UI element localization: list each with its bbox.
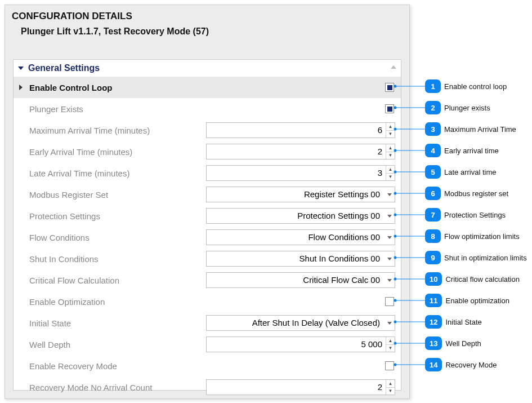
callout-10: 10Critical flow calculation [425,272,520,286]
setting-control: 2▲▼ [206,379,395,395]
spinner-up-icon[interactable]: ▲ [386,144,395,152]
spinner-up-icon[interactable]: ▲ [386,380,395,388]
setting-row-1[interactable]: Plunger Exists [14,98,401,119]
setting-row-6[interactable]: Protection SettingsProtection Settings 0… [14,205,401,227]
spinner-value[interactable]: 3 [207,166,386,180]
setting-control: 2▲▼ [206,144,395,160]
callout-badge: 2 [425,101,441,114]
setting-row-9[interactable]: Critical Flow CalculationCritical Flow C… [14,269,401,291]
chevron-down-icon[interactable] [385,187,395,202]
callout-text: Initial State [445,318,481,326]
number-spinner[interactable]: 2▲▼ [206,379,395,395]
setting-label: Initial State [29,318,206,328]
checkbox[interactable] [385,83,394,92]
config-panel: CONFGURATION DETAILS Plunger Lift v1.1.7… [5,5,410,399]
setting-row-13[interactable]: Enable Recovery Mode [14,355,401,377]
callout-text: Critical flow calculation [445,275,520,284]
spinner-down-icon[interactable]: ▼ [386,388,395,395]
callout-13: 13Well Depth [425,336,481,350]
dropdown[interactable]: After Shut In Delay (Valve Closed) [206,315,395,331]
setting-label: Enable Optimization [29,297,206,307]
spinner-value[interactable]: 2 [207,380,386,395]
number-spinner[interactable]: 2▲▼ [206,144,395,160]
panel-subtitle: Plunger Lift v1.1.7, Test Recovery Mode … [5,24,409,43]
number-spinner[interactable]: 5 000▲▼ [206,336,395,352]
callout-badge: 7 [425,208,441,222]
scroll-up-icon[interactable] [388,62,399,72]
number-spinner[interactable]: 6▲▼ [206,122,395,138]
spinner-down-icon[interactable]: ▼ [386,152,395,160]
spinner-value[interactable]: 6 [207,123,386,138]
chevron-down-icon[interactable] [385,230,395,245]
dropdown[interactable]: Critical Flow Calc 00 [206,272,395,288]
spinner-up-icon[interactable]: ▲ [386,166,395,174]
setting-row-5[interactable]: Modbus Register SetRegister Settings 00 [14,184,401,205]
spinner-down-icon[interactable]: ▼ [386,174,395,181]
callout-14: 14Recovery Mode [425,358,497,371]
callout-badge: 4 [425,144,441,157]
callout-badge: 10 [425,272,442,286]
setting-label: Enable Control Loop [29,83,206,92]
setting-row-11[interactable]: Initial StateAfter Shut In Delay (Valve … [14,312,401,334]
chevron-down-icon[interactable] [385,251,395,266]
spinner-value[interactable]: 2 [207,144,386,159]
callout-5: 5Late arrival time [425,165,496,179]
callout-text: Shut in optimization limits [444,254,527,262]
checkbox[interactable] [385,361,394,370]
setting-control: Register Settings 00 [206,187,395,202]
dropdown-value: Critical Flow Calc 00 [207,273,385,287]
dropdown[interactable]: Register Settings 00 [206,187,395,202]
setting-row-0[interactable]: Enable Control Loop [14,77,401,98]
callout-badge: 11 [425,294,442,307]
setting-row-2[interactable]: Maximum Arrival Time (minutes)6▲▼ [14,119,401,141]
section-general-settings[interactable]: General Settings [14,60,401,77]
dropdown[interactable]: Protection Settings 00 [206,208,395,224]
setting-row-7[interactable]: Flow ConditionsFlow Conditions 00 [14,227,401,248]
setting-row-8[interactable]: Shut In ConditionsShut In Conditions 00 [14,248,401,269]
setting-control: 5 000▲▼ [206,336,395,352]
setting-label: Plunger Exists [29,104,206,114]
dropdown[interactable]: Flow Conditions 00 [206,229,395,245]
callout-badge: 9 [425,251,441,264]
setting-control [206,79,395,95]
number-spinner[interactable]: 3▲▼ [206,165,395,181]
callout-text: Flow optimization limits [444,232,520,241]
setting-label: Late Arrival Time (minutes) [29,169,206,178]
checkbox[interactable] [385,297,394,306]
section-title: General Settings [28,63,100,73]
dropdown-value: Protection Settings 00 [207,209,385,223]
panel-title: CONFGURATION DETAILS [5,5,409,24]
spinner-down-icon[interactable]: ▼ [386,131,395,138]
dropdown[interactable]: Shut In Conditions 00 [206,251,395,267]
callout-text: Enable control loop [444,82,507,91]
setting-row-14[interactable]: Recovery Mode No Arrival Count2▲▼ [14,377,401,398]
setting-row-3[interactable]: Early Arrival Time (minutes)2▲▼ [14,141,401,162]
setting-label: Well Depth [29,340,206,349]
chevron-down-icon[interactable] [385,316,395,330]
dropdown-value: Flow Conditions 00 [207,230,385,245]
callout-8: 8Flow optimization limits [425,229,520,243]
callout-badge: 13 [425,336,442,350]
setting-row-4[interactable]: Late Arrival Time (minutes)3▲▼ [14,162,401,184]
dropdown-value: Shut In Conditions 00 [207,251,385,266]
setting-label: Maximum Arrival Time (minutes) [29,126,206,135]
chevron-down-icon[interactable] [385,273,395,287]
spinner-up-icon[interactable]: ▲ [386,337,395,345]
callout-badge: 12 [425,315,442,329]
spinner-up-icon[interactable]: ▲ [386,123,395,131]
callout-badge: 3 [425,122,441,136]
setting-row-10[interactable]: Enable Optimization [14,291,401,312]
callout-12: 12Initial State [425,315,482,329]
spinner-down-icon[interactable]: ▼ [386,345,395,352]
setting-control [206,294,395,309]
chevron-down-icon[interactable] [385,209,395,223]
callout-text: Recovery Mode [445,361,497,369]
callout-badge: 5 [425,165,441,179]
checkbox[interactable] [385,104,394,113]
callout-badge: 8 [425,229,441,243]
callout-text: Early arrival time [444,147,499,155]
setting-label: Protection Settings [29,211,206,221]
spinner-value[interactable]: 5 000 [207,337,386,352]
expand-icon [18,67,24,70]
setting-row-12[interactable]: Well Depth5 000▲▼ [14,334,401,355]
